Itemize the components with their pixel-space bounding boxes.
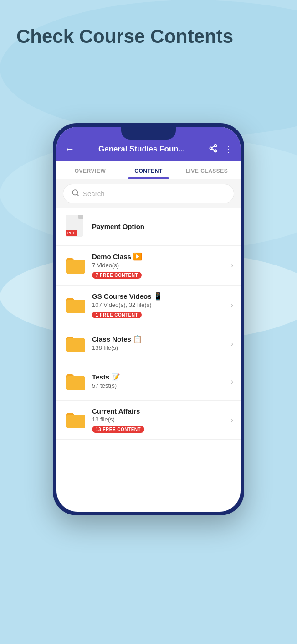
chevron-right-icon: ›: [231, 261, 233, 270]
item-subtitle: 107 Video(s), 32 file(s): [92, 301, 225, 308]
list-item[interactable]: Demo Class ▶️ 7 Video(s) 7 FREE CONTENT …: [56, 246, 241, 286]
search-placeholder: Search: [83, 190, 105, 197]
tab-live-classes[interactable]: LIVE CLASSES: [178, 161, 236, 179]
list-item[interactable]: Current Affairs 13 file(s) 13 FREE CONTE…: [56, 401, 241, 440]
folder-icon: [64, 408, 87, 432]
tab-bar: OVERVIEW CONTENT LIVE CLASSES: [56, 161, 241, 179]
item-subtitle: 138 file(s): [92, 344, 225, 351]
folder-icon: [64, 369, 87, 394]
tab-content[interactable]: CONTENT: [119, 161, 178, 179]
chevron-right-icon: ›: [231, 416, 233, 424]
svg-line-6: [77, 194, 78, 196]
search-icon: [72, 189, 79, 198]
header-title: General Studies Foun...: [80, 145, 203, 154]
phone-frame: ← General Studies Foun... ⋮ OVERVIEW CON…: [53, 123, 244, 515]
item-title: Demo Class ▶️: [92, 252, 225, 261]
search-container: Search: [56, 179, 241, 208]
svg-line-4: [212, 146, 215, 147]
list-item[interactable]: PDF Payment Option: [56, 208, 241, 246]
list-item[interactable]: Tests 📝 57 test(s) ›: [56, 363, 241, 401]
item-subtitle: 57 test(s): [92, 382, 225, 389]
svg-line-3: [212, 149, 215, 150]
back-button[interactable]: ←: [65, 143, 75, 155]
item-title: Current Affairs: [92, 407, 225, 415]
folder-icon: [64, 293, 87, 317]
chevron-right-icon: ›: [231, 301, 233, 309]
page-title: Check Course Contents: [16, 25, 233, 48]
share-button[interactable]: [209, 144, 218, 155]
item-title: GS Course Videos 📱: [92, 292, 225, 301]
content-list: PDF Payment Option Demo Class ▶️: [56, 208, 241, 440]
list-item[interactable]: GS Course Videos 📱 107 Video(s), 32 file…: [56, 286, 241, 325]
item-title: Payment Option: [92, 223, 233, 230]
more-options-button[interactable]: ⋮: [224, 144, 232, 154]
tab-overview[interactable]: OVERVIEW: [61, 161, 119, 179]
item-subtitle: 7 Video(s): [92, 262, 225, 269]
phone-notch: [121, 127, 176, 140]
item-subtitle: 13 file(s): [92, 416, 225, 423]
free-badge: 7 FREE CONTENT: [92, 272, 142, 279]
free-badge: 13 FREE CONTENT: [92, 426, 144, 433]
item-title: Tests 📝: [92, 373, 225, 381]
chevron-right-icon: ›: [231, 378, 233, 386]
item-title: Class Notes 📋: [92, 335, 225, 343]
free-badge: 1 FREE CONTENT: [92, 312, 142, 318]
chevron-right-icon: ›: [231, 340, 233, 348]
list-item[interactable]: Class Notes 📋 138 file(s) ›: [56, 325, 241, 363]
search-box[interactable]: Search: [63, 184, 234, 203]
pdf-icon: PDF: [64, 214, 87, 239]
folder-icon: [64, 332, 87, 356]
folder-icon: [64, 253, 87, 278]
